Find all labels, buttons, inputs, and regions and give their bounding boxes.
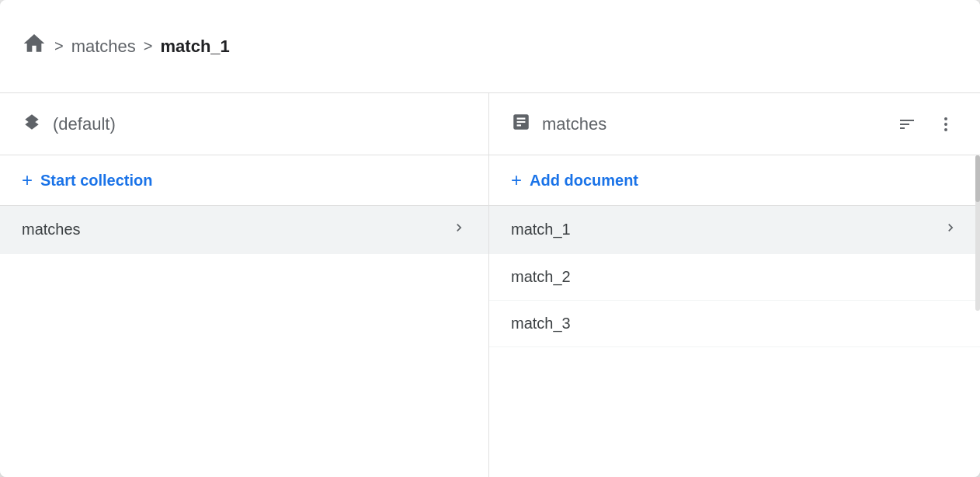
plus-icon-right: + (511, 169, 522, 191)
collection-item-matches[interactable]: matches (0, 206, 488, 254)
chevron-right-icon-match1 (943, 220, 958, 239)
filter-button[interactable] (895, 112, 919, 137)
firestore-panel: > matches > match_1 (default) + Start co… (0, 0, 980, 477)
left-panel-header: (default) (0, 93, 488, 155)
document-item-match3-label: match_3 (511, 315, 571, 333)
document-item-match2[interactable]: match_2 (489, 254, 980, 301)
left-panel: (default) + Start collection matches (0, 93, 489, 477)
start-collection-button[interactable]: + Start collection (0, 155, 488, 206)
scrollbar-thumb[interactable] (975, 155, 980, 202)
right-panel: matches (489, 93, 980, 477)
breadcrumb: > matches > match_1 (0, 0, 980, 93)
plus-icon: + (22, 169, 33, 191)
right-panel-header: matches (489, 93, 980, 155)
start-collection-label: Start collection (40, 172, 152, 190)
document-item-match1-label: match_1 (511, 221, 571, 238)
left-panel-title: (default) (53, 114, 467, 134)
breadcrumb-separator-1: > (54, 37, 64, 55)
breadcrumb-item-match1[interactable]: match_1 (161, 37, 230, 57)
collection-item-matches-label: matches (22, 221, 81, 238)
chevron-right-icon (451, 220, 467, 239)
breadcrumb-item-matches[interactable]: matches (71, 37, 136, 57)
document-icon (511, 112, 531, 137)
breadcrumb-separator-2: > (144, 37, 153, 55)
add-document-button[interactable]: + Add document (489, 155, 980, 206)
document-item-match2-label: match_2 (511, 268, 571, 286)
document-item-match3[interactable]: match_3 (489, 301, 980, 347)
svg-point-2 (944, 128, 947, 131)
more-options-button[interactable] (933, 112, 958, 137)
document-item-match1[interactable]: match_1 (489, 206, 980, 254)
right-panel-title: matches (542, 114, 884, 134)
home-icon[interactable] (22, 31, 47, 61)
svg-point-0 (944, 117, 947, 120)
right-panel-actions (895, 112, 958, 137)
svg-point-1 (944, 123, 947, 126)
content-area: (default) + Start collection matches (0, 93, 980, 477)
add-document-label: Add document (530, 172, 638, 190)
scrollbar-track (975, 155, 980, 311)
stacked-chevrons-icon (22, 112, 42, 137)
